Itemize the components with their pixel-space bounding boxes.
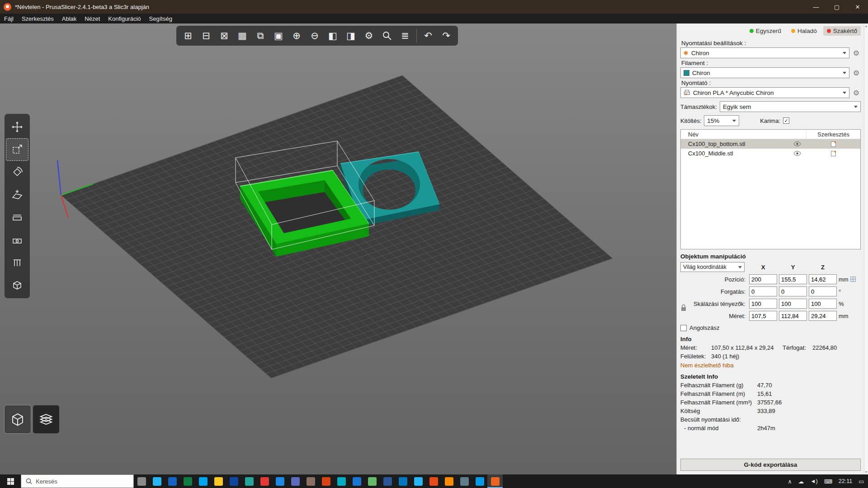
split-to-objects-button[interactable]: ◧ [324,27,341,44]
filament-combo[interactable]: Chiron [680,67,849,78]
rotation-x-input[interactable] [749,286,777,296]
print-settings-gear-button[interactable]: ⚙ [852,49,861,57]
supports-combo[interactable]: Egyik sem [720,101,861,112]
scroll-down-icon[interactable]: ▼ [865,470,868,474]
edge-icon[interactable] [165,474,180,488]
copy-button[interactable]: ⧉ [252,27,269,44]
app-icon-7[interactable] [226,474,241,488]
fdm-supports-tool[interactable] [6,251,28,274]
minimize-button[interactable]: — [806,0,826,14]
tray-volume-icon[interactable]: ◄) [807,474,821,488]
position-z-input[interactable] [809,274,837,284]
scroll-up-icon[interactable]: ▲ [865,24,868,28]
app-icon-23[interactable] [472,474,487,488]
tray-clock[interactable]: 22:11 [835,474,855,488]
menu-file[interactable]: Fájl [0,14,18,23]
3d-view-button[interactable] [5,405,31,433]
scale-tool[interactable] [6,138,28,161]
object-row[interactable]: Cx100_Middle.stl [681,149,860,158]
app-icon-11[interactable] [288,474,303,488]
delete-all-button[interactable]: ⊠ [216,27,233,44]
sidebar-scrollbar[interactable]: ▲ ▼ [864,23,868,474]
redo-button[interactable]: ↷ [438,27,455,44]
app-icon-2[interactable] [149,474,165,488]
menu-view[interactable]: Nézet [80,14,104,23]
menu-edit[interactable]: Szerkesztés [18,14,58,23]
app-icon-10[interactable] [272,474,288,488]
settings-gears-button[interactable]: ⚙ [360,27,377,44]
eye-toggle[interactable] [788,151,806,156]
coordinate-system-combo[interactable]: Világ koordináták [680,262,745,272]
export-gcode-button[interactable]: G-kód exportálása [680,459,861,471]
remove-instance-button[interactable]: ⊖ [306,27,323,44]
position-aux-icon[interactable] [850,277,856,282]
task-view-icon[interactable] [134,474,149,488]
layers-view-button[interactable] [33,405,59,433]
scale-y-input[interactable] [779,299,807,309]
cut-tool[interactable] [6,206,28,229]
tray-chevron-icon[interactable]: ∧ [785,474,795,488]
hollow-tool[interactable] [6,229,28,251]
undo-button[interactable]: ↶ [420,27,437,44]
app-icon-16[interactable] [364,474,380,488]
app-icon-19[interactable] [410,474,426,488]
move-tool[interactable] [6,116,28,138]
rotation-z-input[interactable] [809,286,837,296]
object-row[interactable]: Cx100_top_bottom.stl [681,139,860,149]
rotate-tool[interactable] [6,161,28,183]
size-y-input[interactable] [779,311,807,321]
delete-object-button[interactable]: ⊟ [198,27,215,44]
arrange-button[interactable]: ▦ [234,27,251,44]
menu-help[interactable]: Segítség [145,14,176,23]
edit-object-button[interactable] [806,141,860,147]
seam-tool[interactable] [6,274,28,296]
3d-viewport[interactable]: ⊞ ⊟ ⊠ ▦ ⧉ ▣ ⊕ ⊖ ◧ ◨ ⚙ ≣ ↶ [0,23,676,474]
rotation-y-input[interactable] [779,286,807,296]
file-explorer-icon[interactable] [211,474,226,488]
app-icon-22[interactable] [457,474,472,488]
close-button[interactable]: ✕ [847,0,868,14]
start-button[interactable] [0,474,21,488]
filament-gear-button[interactable]: ⚙ [852,69,861,77]
app-icon-5[interactable] [195,474,211,488]
chrome-icon[interactable] [441,474,457,488]
3d-scene[interactable] [0,23,676,474]
app-icon-14[interactable] [334,474,349,488]
tray-cloud-icon[interactable]: ☁ [795,474,807,488]
excel-icon[interactable] [180,474,195,488]
paste-button[interactable]: ▣ [270,27,287,44]
action-center-icon[interactable]: ▭ [855,474,867,488]
prusaslicer-app-icon[interactable] [487,474,503,488]
add-object-button[interactable]: ⊞ [179,27,197,44]
print-settings-combo[interactable]: ✱ Chiron [680,47,849,58]
app-icon-8[interactable] [241,474,257,488]
menu-configuration[interactable]: Konfiguráció [104,14,145,23]
app-icon-12[interactable] [303,474,318,488]
mode-simple[interactable]: Egyszerű [746,26,785,36]
app-icon-9[interactable] [257,474,272,488]
word-icon[interactable] [380,474,395,488]
app-icon-15[interactable] [349,474,364,488]
variable-layer-height-button[interactable]: ≣ [396,27,414,44]
taskbar-search[interactable]: Keresés [21,474,134,488]
infill-combo[interactable]: 15% [704,115,739,126]
eye-toggle[interactable] [788,141,806,146]
search-button[interactable] [378,27,396,44]
position-y-input[interactable] [779,274,807,284]
add-instance-button[interactable]: ⊕ [288,27,305,44]
app-icon-18[interactable] [395,474,410,488]
scale-lock-icon[interactable] [680,304,687,311]
printer-combo[interactable]: Chiron PLA * Anycubic Chiron [680,87,849,98]
split-to-parts-button[interactable]: ◨ [342,27,359,44]
inches-checkbox[interactable] [680,325,687,331]
place-on-face-tool[interactable] [6,183,28,206]
edit-object-button[interactable] [806,150,860,157]
size-z-input[interactable] [809,311,837,321]
mode-advanced[interactable]: Haladó [788,26,821,36]
tray-keyboard-icon[interactable]: ⌨ [821,474,835,488]
menu-window[interactable]: Ablak [58,14,81,23]
maximize-button[interactable]: ▢ [826,0,847,14]
app-icon-13[interactable] [318,474,334,488]
position-x-input[interactable] [749,274,777,284]
mode-expert[interactable]: Szakértő [823,26,861,36]
